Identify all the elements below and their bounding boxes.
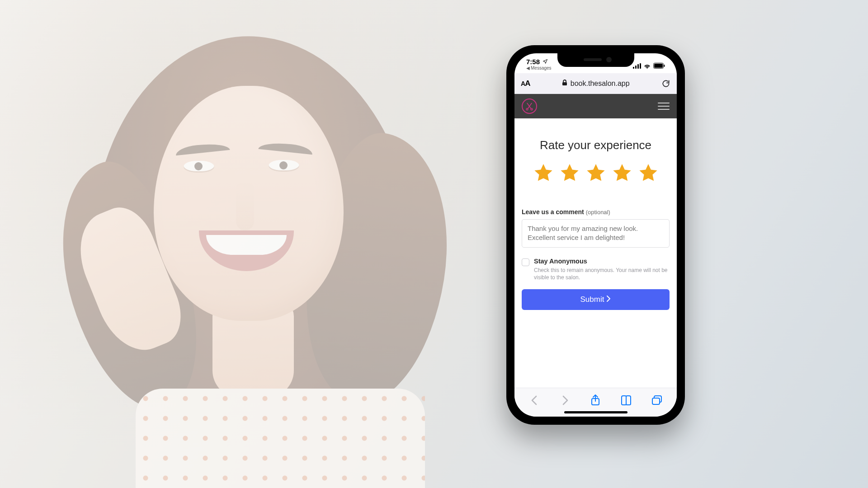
back-to-app-link[interactable]: ◀ Messages [526,66,552,70]
reload-button[interactable] [661,79,670,88]
comment-textarea[interactable] [522,219,670,248]
submit-button[interactable]: Submit [522,289,670,310]
star-3[interactable] [585,162,607,184]
app-header [514,94,677,118]
forward-button[interactable] [556,391,575,410]
anonymous-checkbox[interactable] [522,258,529,266]
menu-button[interactable] [658,103,670,110]
svg-rect-2 [637,64,639,69]
browser-address-bar: AA book.thesalon.app [514,73,677,94]
svg-rect-3 [640,63,641,69]
svg-rect-13 [652,398,660,404]
share-button[interactable] [586,391,605,410]
svg-rect-7 [562,82,567,85]
status-time: 7:58 [526,58,540,65]
device-notch [557,53,634,67]
star-1[interactable] [533,162,554,184]
bookmarks-button[interactable] [617,391,636,410]
address-domain: book.thesalon.app [571,80,630,88]
location-arrow-icon [542,58,548,65]
background-scene: 7:58 ◀ Messages [0,0,868,488]
svg-rect-0 [633,67,634,69]
svg-rect-6 [664,65,665,67]
phone-frame: 7:58 ◀ Messages [506,45,685,425]
chevron-left-icon: ◀ [526,66,530,70]
text-size-button[interactable]: AA [521,79,530,88]
battery-icon [653,63,665,69]
anonymous-label: Stay Anonymous [534,258,670,265]
star-5[interactable] [637,162,659,184]
comment-label-text: Leave us a comment [522,208,584,216]
svg-rect-1 [635,66,637,69]
back-app-label: Messages [531,66,552,70]
address-field[interactable]: book.thesalon.app [562,80,630,88]
anonymous-description: Check this to remain anonymous. Your nam… [534,267,670,281]
svg-point-8 [526,108,528,110]
chevron-right-icon [607,295,611,304]
cellular-signal-icon [633,63,641,69]
wifi-icon [643,63,651,69]
browser-toolbar [514,388,677,417]
comment-label: Leave us a comment (optional) [522,208,670,216]
page-title: Rate your experience [522,138,670,152]
submit-label: Submit [580,295,604,304]
star-2[interactable] [559,162,580,184]
salon-logo-icon[interactable] [522,99,537,114]
svg-rect-5 [654,64,663,68]
home-indicator[interactable] [564,411,627,413]
svg-point-9 [531,108,533,110]
back-button[interactable] [525,391,544,410]
rating-stars [522,162,670,184]
comment-label-optional: (optional) [586,209,610,216]
page-content: Rate your experience Leave us a comment … [514,118,677,388]
tabs-button[interactable] [647,391,666,410]
star-4[interactable] [611,162,633,184]
phone-screen: 7:58 ◀ Messages [514,53,677,417]
lock-icon [562,80,567,88]
